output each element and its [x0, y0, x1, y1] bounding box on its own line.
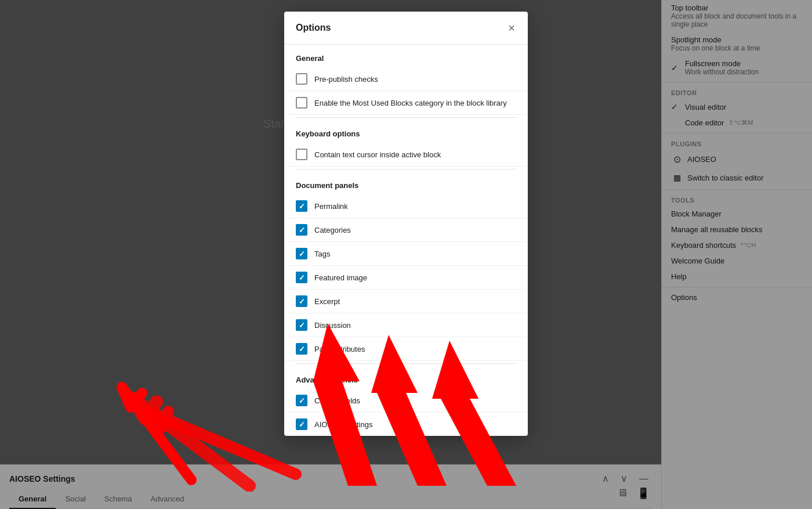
modal-close-button[interactable]: ×	[507, 21, 516, 35]
excerpt-label: Excerpt	[314, 297, 340, 306]
section-divider-3	[296, 363, 516, 364]
excerpt-checkbox[interactable]	[296, 295, 307, 307]
options-modal: Options × General Pre-publish checks Ena…	[284, 12, 528, 436]
aioseo-settings-row: AIOSEO Settings	[284, 413, 528, 436]
permalink-label: Permalink	[314, 202, 348, 211]
most-used-blocks-row: Enable the Most Used Blocks category in …	[284, 91, 528, 115]
text-cursor-checkbox[interactable]	[296, 149, 307, 160]
modal-header: Options ×	[284, 12, 528, 45]
discussion-row: Discussion	[284, 313, 528, 337]
document-panels-section-title: Document panels	[284, 172, 528, 194]
custom-fields-row: Custom fields	[284, 389, 528, 413]
text-cursor-row: Contain text cursor inside active block	[284, 143, 528, 167]
categories-label: Categories	[314, 226, 351, 234]
discussion-label: Discussion	[314, 321, 351, 330]
text-cursor-label: Contain text cursor inside active block	[314, 150, 441, 159]
modal-body: General Pre-publish checks Enable the Mo…	[284, 45, 528, 436]
excerpt-row: Excerpt	[284, 290, 528, 313]
categories-checkbox[interactable]	[296, 224, 307, 236]
section-divider-2	[296, 169, 516, 169]
page-attributes-row: Page attributes	[284, 337, 528, 361]
pre-publish-row: Pre-publish checks	[284, 67, 528, 91]
keyboard-options-section-title: Keyboard options	[284, 120, 528, 143]
custom-fields-checkbox[interactable]	[296, 395, 307, 406]
page-attributes-checkbox[interactable]	[296, 343, 307, 355]
featured-image-checkbox[interactable]	[296, 272, 307, 283]
tags-checkbox[interactable]	[296, 248, 307, 259]
tags-label: Tags	[314, 250, 330, 258]
modal-overlay: Options × General Pre-publish checks Ena…	[0, 0, 812, 509]
custom-fields-label: Custom fields	[314, 396, 360, 405]
permalink-checkbox[interactable]	[296, 200, 307, 212]
general-section-title: General	[284, 45, 528, 67]
aioseo-settings-label: AIOSEO Settings	[314, 420, 372, 429]
featured-image-row: Featured image	[284, 266, 528, 290]
tags-row: Tags	[284, 242, 528, 266]
most-used-blocks-checkbox[interactable]	[296, 97, 307, 109]
modal-title: Options	[296, 23, 331, 33]
pre-publish-label: Pre-publish checks	[314, 75, 378, 84]
advanced-panels-section-title: Advanced panels	[284, 366, 528, 389]
section-divider-1	[296, 117, 516, 118]
permalink-row: Permalink	[284, 194, 528, 218]
pre-publish-checkbox[interactable]	[296, 73, 307, 85]
categories-row: Categories	[284, 218, 528, 242]
most-used-blocks-label: Enable the Most Used Blocks category in …	[314, 99, 507, 107]
page-attributes-label: Page attributes	[314, 345, 365, 353]
aioseo-settings-checkbox[interactable]	[296, 418, 307, 430]
featured-image-label: Featured image	[314, 273, 367, 282]
discussion-checkbox[interactable]	[296, 319, 307, 331]
